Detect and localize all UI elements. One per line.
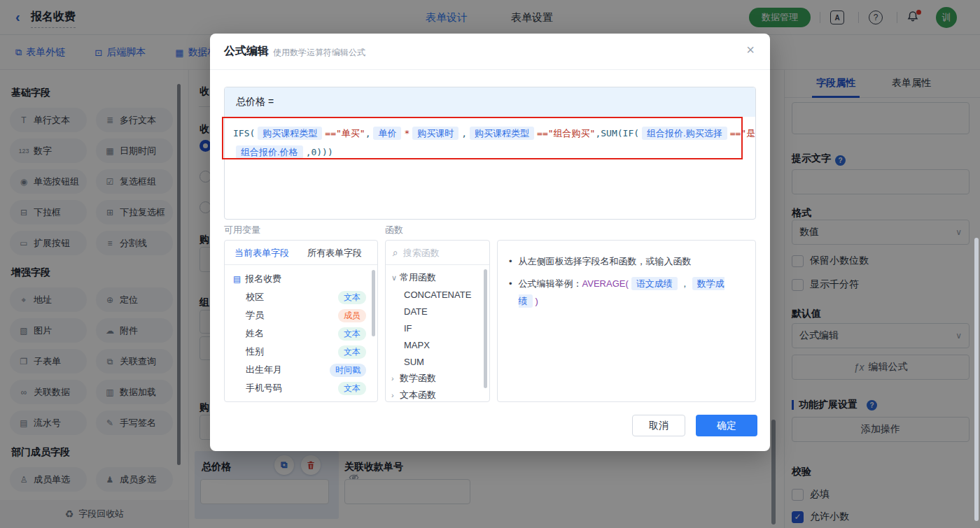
function-group-label: 数学函数 — [400, 372, 436, 385]
formula-field-chip[interactable]: 组合报价.价格 — [236, 145, 303, 159]
variable-row-校区[interactable]: 校区文本 — [225, 288, 377, 306]
variable-name: 姓名 — [246, 327, 264, 340]
function-group-常用函数[interactable]: ∨常用函数 — [386, 269, 489, 286]
variables-panel: 当前表单字段 所有表单字段 ▤ 报名收费 校区文本学员成员姓名文本性别文本出生年… — [224, 240, 378, 402]
function-group-label: 文本函数 — [400, 389, 436, 401]
bullet-icon: • — [509, 252, 512, 270]
function-name: MAPX — [404, 340, 430, 350]
variable-rows: 校区文本学员成员姓名文本性别文本出生年月时间戳手机号码文本 — [225, 288, 377, 397]
chevron-right-icon: › — [391, 374, 400, 383]
help-text-1: 从左侧面板选择字段名和函数，或输入函数 — [519, 252, 692, 270]
formula-token: =="组合购买" — [537, 128, 595, 138]
formula-field-chip[interactable]: 购买课时 — [412, 127, 458, 140]
variable-type-badge: 文本 — [338, 291, 366, 304]
formula-editor-modal: 公式编辑 使用数学运算符编辑公式 × 总价格 = IFS(购买课程类型=="单买… — [210, 34, 770, 451]
formula-token: IFS( — [233, 128, 255, 138]
chevron-right-icon: › — [391, 391, 400, 399]
formula-line: 组合报价.价格,0))) — [233, 143, 747, 162]
confirm-button[interactable]: 确定 — [696, 415, 757, 436]
formula-field-chip[interactable]: 单价 — [373, 127, 401, 140]
formula-code-area[interactable]: IFS(购买课程类型=="单买",单价*购买课时,购买课程类型=="组合购买",… — [225, 117, 755, 169]
functions-label: 函数 — [385, 224, 403, 236]
function-group-数学函数[interactable]: ›数学函数 — [386, 370, 489, 387]
function-name: IF — [404, 323, 412, 334]
search-icon: ⌕ — [393, 247, 398, 259]
variables-tabs: 当前表单字段 所有表单字段 — [225, 241, 377, 265]
function-item-CONCATENATE[interactable]: CONCATENATE — [386, 286, 489, 303]
function-item-IF[interactable]: IF — [386, 320, 489, 336]
chevron-down-icon: ∨ — [391, 273, 400, 283]
variable-name: 手机号码 — [246, 382, 282, 394]
formula-token: ,0))) — [306, 147, 333, 157]
cancel-button[interactable]: 取消 — [632, 415, 685, 436]
help-line-1: • 从左侧面板选择字段名和函数，或输入函数 — [509, 252, 744, 270]
function-search-input[interactable] — [403, 248, 470, 258]
function-item-MAPX[interactable]: MAPX — [386, 336, 489, 353]
formula-token: 公式编辑举例： — [519, 278, 582, 289]
variable-type-badge: 文本 — [338, 345, 366, 359]
modal-header: 公式编辑 使用数学运算符编辑公式 × — [210, 34, 770, 70]
formula-result-label: 总价格 = — [225, 87, 755, 117]
formula-token: * — [404, 128, 410, 138]
variable-name: 学员 — [246, 309, 264, 322]
variable-type-badge: 成员 — [338, 309, 366, 322]
variable-row-性别[interactable]: 性别文本 — [225, 343, 377, 361]
variable-name: 出生年月 — [246, 364, 282, 376]
bullet-icon: • — [509, 275, 512, 310]
tab-current-form-fields[interactable]: 当前表单字段 — [234, 247, 289, 259]
function-name: DATE — [404, 306, 428, 317]
function-search: ⌕ — [386, 241, 489, 265]
formula-field-chip[interactable]: 购买课程类型 — [470, 127, 534, 140]
function-name: SUM — [404, 357, 424, 367]
help-line-2: • 公式编辑举例：AVERAGE(语文成绩，数学成绩) — [509, 275, 744, 310]
modal-subtitle: 使用数学运算符编辑公式 — [273, 47, 365, 59]
function-group-文本函数[interactable]: ›文本函数 — [386, 387, 489, 402]
modal-title: 公式编辑 — [224, 44, 269, 59]
formula-token: ， — [680, 278, 690, 289]
variable-row-学员[interactable]: 学员成员 — [225, 306, 377, 324]
formula-token: , — [461, 128, 467, 138]
help-panel: • 从左侧面板选择字段名和函数，或输入函数 • 公式编辑举例：AVERAGE(语… — [497, 240, 756, 402]
formula-token: , — [365, 128, 371, 138]
formula-token: ) — [536, 296, 538, 306]
page-scrollbar[interactable] — [974, 238, 979, 521]
formula-field-chip[interactable]: 购买课程类型 — [258, 127, 322, 140]
variables-label: 可用变量 — [224, 224, 260, 236]
formula-editor: 总价格 = IFS(购买课程类型=="单买",单价*购买课时,购买课程类型=="… — [224, 87, 756, 220]
function-item-DATE[interactable]: DATE — [386, 303, 489, 320]
formula-line: IFS(购买课程类型=="单买",单价*购买课时,购买课程类型=="组合购买",… — [233, 124, 747, 143]
help-content: • 从左侧面板选择字段名和函数，或输入函数 • 公式编辑举例：AVERAGE(语… — [498, 241, 755, 327]
variables-root-label: 报名收费 — [245, 273, 281, 285]
formula-token: SUM(IF( — [601, 128, 639, 138]
formula-token: =="单买" — [325, 128, 365, 138]
help-example: 公式编辑举例：AVERAGE(语文成绩，数学成绩) — [519, 275, 744, 310]
function-group-label: 常用函数 — [400, 271, 436, 284]
variables-root[interactable]: ▤ 报名收费 — [225, 270, 377, 288]
formula-token: =="是" — [730, 128, 756, 138]
close-icon[interactable]: × — [746, 43, 755, 57]
form-doc-icon: ▤ — [233, 274, 241, 284]
variable-name: 性别 — [246, 345, 264, 358]
variable-type-badge: 文本 — [338, 327, 366, 341]
function-list: ∨常用函数CONCATENATEDATEIFMAPXSUM›数学函数›文本函数 — [386, 265, 489, 402]
formula-field-chip[interactable]: 组合报价.购买选择 — [642, 127, 727, 140]
variables-scrollbar[interactable] — [372, 270, 375, 336]
functions-scrollbar[interactable] — [484, 269, 487, 388]
variables-list: ▤ 报名收费 校区文本学员成员姓名文本性别文本出生年月时间戳手机号码文本 — [225, 265, 377, 397]
formula-token: AVERAGE( — [582, 278, 629, 289]
variable-type-badge: 文本 — [338, 382, 366, 395]
variable-type-badge: 时间戳 — [330, 364, 366, 377]
formula-field-chip[interactable]: 语文成绩 — [631, 277, 678, 290]
app-root: ‹ 报名收费 表单设计 表单设置 数据管理 A ? 训 ⧉表单外链⊡后端脚本▦数… — [0, 0, 980, 528]
variable-row-出生年月[interactable]: 出生年月时间戳 — [225, 361, 377, 379]
variable-row-姓名[interactable]: 姓名文本 — [225, 324, 377, 343]
variable-row-手机号码[interactable]: 手机号码文本 — [225, 379, 377, 397]
function-name: CONCATENATE — [404, 290, 471, 300]
variable-name: 校区 — [246, 291, 264, 304]
tab-all-form-fields[interactable]: 所有表单字段 — [307, 247, 362, 259]
functions-panel: ⌕ ∨常用函数CONCATENATEDATEIFMAPXSUM›数学函数›文本函… — [385, 240, 490, 402]
function-item-SUM[interactable]: SUM — [386, 353, 489, 370]
